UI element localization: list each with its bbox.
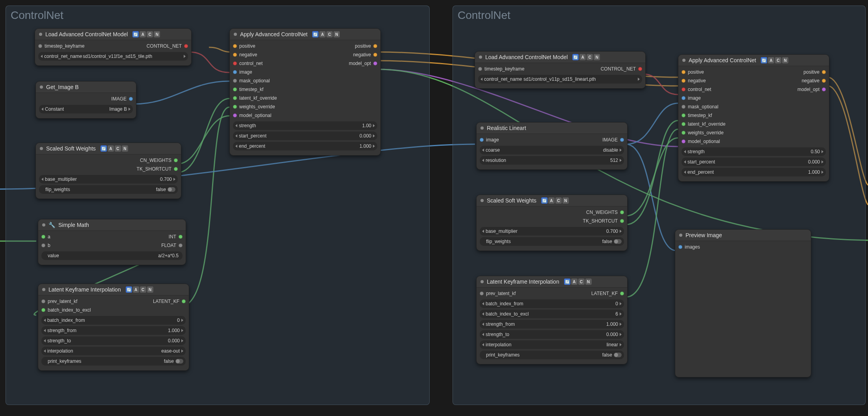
widget-batch-index-from[interactable]: batch_index_from0: [480, 299, 624, 308]
arrow-left-icon[interactable]: [684, 160, 686, 163]
arrow-right-icon[interactable]: [638, 78, 640, 81]
arrow-right-icon[interactable]: [821, 171, 823, 174]
collapse-icon[interactable]: [42, 288, 45, 291]
port-positive-in[interactable]: [233, 44, 237, 48]
widget-base-multiplier[interactable]: base_multiplier0.700: [480, 227, 624, 236]
port-negative-out[interactable]: [373, 53, 377, 57]
node-header[interactable]: Realistic Lineart: [477, 123, 627, 134]
node-load-controlnet-right[interactable]: Load Advanced ControlNet Model 🔄 A C N t…: [475, 51, 646, 89]
widget-start-percent[interactable]: start_percent0.000: [233, 132, 377, 140]
collapse-icon[interactable]: [40, 147, 43, 150]
widget-end-percent[interactable]: end_percent1.000: [682, 168, 826, 176]
port-timestep-kf[interactable]: [682, 113, 685, 117]
node-header[interactable]: Apply Advanced ControlNet 🔄 A C N: [678, 55, 829, 66]
port-images[interactable]: [678, 245, 682, 249]
widget-control-net-name[interactable]: control_net_name sd1/control_v11p_sd15_l…: [478, 75, 642, 84]
collapse-icon[interactable]: [679, 234, 682, 237]
widget-constant[interactable]: Constant Image B: [39, 105, 133, 113]
arrow-right-icon[interactable]: [821, 160, 823, 163]
widget-flip-weights[interactable]: flip_weightsfalse: [480, 237, 624, 246]
arrow-left-icon[interactable]: [482, 302, 484, 305]
port-latent-kf-override[interactable]: [682, 122, 685, 126]
node-canvas[interactable]: ControlNet ControlNet Load Advanced Cont…: [0, 0, 868, 416]
port-int[interactable]: [179, 235, 183, 239]
node-header[interactable]: Load Advanced ControlNet Model 🔄 A C N: [35, 29, 191, 40]
widget-interpolation[interactable]: interpolationease-out: [41, 347, 186, 355]
widget-strength[interactable]: strength1.00: [233, 121, 377, 130]
port-image[interactable]: [233, 70, 237, 74]
port-image-in[interactable]: [480, 138, 484, 142]
port-timestep-kf[interactable]: [233, 87, 237, 91]
arrow-right-icon[interactable]: [620, 302, 622, 305]
node-realistic-lineart[interactable]: Realistic Lineart image IMAGE coarsedisa…: [476, 122, 628, 170]
arrow-right-icon[interactable]: [181, 349, 183, 353]
widget-strength-to[interactable]: strength_to0.000: [480, 330, 624, 339]
widget-flip-weights[interactable]: flip_weights false: [39, 185, 178, 194]
port-batch-index-to-excl[interactable]: [41, 308, 45, 312]
port-model-optional[interactable]: [233, 113, 237, 117]
port-weights-override[interactable]: [233, 105, 237, 109]
node-simple-math[interactable]: 🔧 Simple Math a INT b FLOAT value a/2+a*…: [38, 219, 186, 265]
widget-interpolation[interactable]: interpolationlinear: [480, 340, 624, 349]
widget-resolution[interactable]: resolution512: [480, 156, 624, 165]
node-apply-controlnet-right[interactable]: Apply Advanced ControlNet 🔄 A C N positi…: [678, 54, 829, 182]
port-a[interactable]: [41, 235, 45, 239]
arrow-right-icon[interactable]: [620, 149, 622, 152]
widget-strength-from[interactable]: strength_from1.000: [480, 320, 624, 329]
arrow-left-icon[interactable]: [44, 329, 46, 332]
arrow-right-icon[interactable]: [184, 55, 186, 58]
port-timestep-keyframe[interactable]: [478, 67, 482, 71]
port-control-net[interactable]: [233, 61, 237, 65]
arrow-left-icon[interactable]: [235, 124, 237, 127]
arrow-left-icon[interactable]: [235, 145, 237, 148]
widget-strength-to[interactable]: strength_to0.000: [41, 336, 186, 345]
arrow-left-icon[interactable]: [482, 230, 484, 233]
port-negative-out[interactable]: [822, 79, 826, 83]
widget-print-keyframes[interactable]: print_keyframesfalse: [41, 357, 186, 366]
arrow-left-icon[interactable]: [481, 78, 482, 81]
collapse-icon[interactable]: [481, 126, 484, 130]
arrow-right-icon[interactable]: [620, 230, 622, 233]
port-timestep-keyframe[interactable]: [38, 44, 42, 48]
arrow-right-icon[interactable]: [620, 312, 622, 316]
port-latent-kf[interactable]: [182, 299, 186, 303]
port-model-optional[interactable]: [682, 139, 685, 143]
widget-end-percent[interactable]: end_percent1.000: [233, 142, 377, 150]
port-mask-optional[interactable]: [233, 79, 237, 83]
port-negative-in[interactable]: [233, 53, 237, 57]
port-latent-kf-override[interactable]: [233, 96, 237, 100]
port-weights-override[interactable]: [682, 131, 685, 135]
node-header[interactable]: Latent Keyframe Interpolation 🔄 A C N: [38, 284, 189, 295]
node-header[interactable]: Apply Advanced ControlNet 🔄 A C N: [230, 29, 380, 40]
port-image[interactable]: [129, 97, 133, 101]
toggle-icon[interactable]: [614, 353, 622, 357]
port-prev-latent-kf[interactable]: [480, 292, 484, 295]
collapse-icon[interactable]: [481, 199, 484, 202]
collapse-icon[interactable]: [42, 223, 45, 227]
arrow-right-icon[interactable]: [181, 339, 183, 342]
arrow-right-icon[interactable]: [620, 323, 622, 326]
collapse-icon[interactable]: [39, 33, 42, 36]
node-header[interactable]: Get_Image B: [36, 82, 136, 93]
arrow-left-icon[interactable]: [41, 178, 43, 181]
arrow-left-icon[interactable]: [684, 150, 686, 153]
node-scaled-soft-weights-right[interactable]: Scaled Soft Weights 🔄 A C N CN_WEIGHTS T…: [476, 195, 628, 251]
port-positive-out[interactable]: [373, 44, 377, 48]
arrow-left-icon[interactable]: [41, 108, 43, 111]
node-load-controlnet-left[interactable]: Load Advanced ControlNet Model 🔄 A C N t…: [35, 28, 192, 66]
node-header[interactable]: Load Advanced ControlNet Model 🔄 A C N: [475, 52, 645, 63]
port-negative-in[interactable]: [682, 79, 685, 83]
widget-strength-from[interactable]: strength_from1.000: [41, 326, 186, 335]
widget-value[interactable]: value a/2+a*0.5: [41, 251, 183, 260]
toggle-icon[interactable]: [175, 359, 183, 364]
widget-coarse[interactable]: coarsedisable: [480, 146, 624, 154]
node-apply-controlnet-left[interactable]: Apply Advanced ControlNet 🔄 A C N positi…: [229, 28, 381, 156]
arrow-right-icon[interactable]: [620, 333, 622, 336]
port-tk-shortcut[interactable]: [620, 219, 624, 223]
arrow-right-icon[interactable]: [620, 159, 622, 162]
collapse-icon[interactable]: [479, 56, 482, 59]
port-float[interactable]: [179, 243, 183, 247]
arrow-left-icon[interactable]: [482, 333, 484, 336]
port-positive-out[interactable]: [822, 70, 826, 74]
port-image-out[interactable]: [620, 138, 624, 142]
